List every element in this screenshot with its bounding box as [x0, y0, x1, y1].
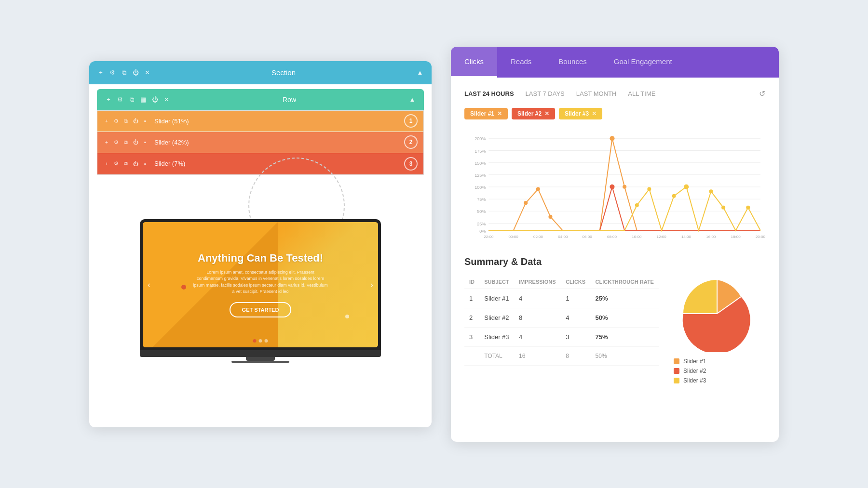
svg-text:10:00: 10:00: [632, 234, 642, 238]
duplicate-slider2-icon[interactable]: ⧉: [122, 139, 129, 145]
screen-prev-arrow[interactable]: ‹: [148, 279, 150, 290]
chart-line-yellow: [488, 186, 760, 230]
svg-text:100%: 100%: [475, 185, 486, 190]
slider-row-3[interactable]: + ⚙ ⧉ ⏻ ▪ Slider (7%) 3: [97, 153, 423, 174]
power-slider3-icon[interactable]: ⏻: [132, 160, 139, 167]
slider3-number: 3: [404, 157, 418, 171]
col-header-ctr: CLICKTHROUGH RATE: [591, 275, 659, 289]
filter-tag-slider1-remove[interactable]: ✕: [497, 110, 502, 117]
duplicate-slider3-icon[interactable]: ⧉: [122, 160, 129, 167]
filter-tag-slider3[interactable]: Slider #3 ✕: [559, 108, 602, 119]
power-section-icon[interactable]: ⏻: [132, 69, 139, 77]
tab-clicks[interactable]: Clicks: [451, 47, 497, 78]
screen-title: Anything Can Be Tested!: [198, 252, 323, 264]
right-panel: Clicks Reads Bounces Goal Engagement LAS…: [451, 47, 779, 442]
collapse-section-icon[interactable]: ▲: [416, 69, 424, 77]
chart-dot-yellow-13: [647, 187, 651, 191]
tab-bounces[interactable]: Bounces: [545, 47, 600, 78]
duplicate-section-icon[interactable]: ⧉: [120, 69, 128, 77]
total-label: [464, 346, 479, 365]
chart-dot-yellow-15: [672, 194, 676, 198]
screen-dot-2[interactable]: [259, 339, 262, 343]
screen-dot-1[interactable]: [253, 339, 257, 343]
svg-text:20:00: 20:00: [756, 234, 765, 238]
chart-dot-orange-11: [623, 185, 626, 188]
legend-slider2: Slider #2: [674, 368, 765, 374]
svg-text:150%: 150%: [475, 160, 486, 165]
screen-cta-button[interactable]: GET STARTED: [230, 302, 292, 317]
legend-dot-slider2: [674, 368, 679, 374]
filter-alltime[interactable]: ALL TIME: [628, 90, 655, 97]
filter-last24h[interactable]: LAST 24 HOURS: [464, 90, 514, 97]
legend-label-slider3: Slider #3: [683, 377, 706, 384]
total-label-text: TOTAL: [479, 346, 514, 365]
chart-slider3-icon[interactable]: ▪: [142, 160, 149, 167]
add-row-icon[interactable]: +: [105, 96, 112, 104]
settings-slider3-icon[interactable]: ⚙: [113, 160, 120, 167]
filter-tag-slider2-remove[interactable]: ✕: [544, 110, 549, 117]
chart-slider1-icon[interactable]: ▪: [142, 118, 149, 124]
col-header-clicks: CLICKS: [561, 275, 590, 289]
col-header-subject: SUBJECT: [479, 275, 514, 289]
duplicate-slider1-icon[interactable]: ⧉: [122, 118, 129, 124]
filter-lastmonth[interactable]: LAST MONTH: [576, 90, 617, 97]
slider2-number: 2: [404, 135, 418, 149]
reset-button[interactable]: ↺: [759, 89, 765, 98]
slider-row-1[interactable]: + ⚙ ⧉ ⏻ ▪ Slider (51%) 1: [97, 111, 423, 132]
collapse-row-icon[interactable]: ▲: [408, 96, 416, 104]
filter-last7d[interactable]: LAST 7 DAYS: [526, 90, 565, 97]
svg-text:02:00: 02:00: [533, 234, 543, 238]
pie-segment-slider3: [683, 280, 717, 314]
tab-goal-engagement[interactable]: Goal Engagement: [600, 47, 686, 78]
grid-row-icon[interactable]: ▦: [139, 96, 147, 104]
slider1-number: 1: [404, 114, 418, 128]
svg-text:06:00: 06:00: [583, 234, 593, 238]
delete-section-icon[interactable]: ✕: [143, 69, 151, 77]
chart-line-orange: [488, 138, 760, 230]
svg-text:0%: 0%: [479, 228, 486, 233]
row3-id: 3: [464, 327, 479, 346]
laptop-illustration: Anything Can Be Tested! Lorem ipsum amet…: [89, 180, 432, 363]
screen-body: Lorem ipsum amet, consectetur adipiscing…: [193, 269, 328, 295]
settings-row-icon[interactable]: ⚙: [116, 96, 124, 104]
filter-tag-slider3-remove[interactable]: ✕: [592, 110, 597, 117]
delete-row-icon[interactable]: ✕: [163, 96, 170, 104]
power-slider2-icon[interactable]: ⏻: [132, 139, 139, 145]
total-clicks: 8: [561, 346, 590, 365]
row2-rate: 50%: [591, 308, 659, 327]
laptop-stand: [246, 357, 275, 361]
add-slider1-icon[interactable]: +: [103, 118, 110, 124]
total-impressions: 16: [514, 346, 561, 365]
settings-slider1-icon[interactable]: ⚙: [113, 118, 120, 124]
add-slider3-icon[interactable]: +: [103, 160, 110, 167]
chart-dot-yellow-21: [746, 205, 750, 209]
slider3-label: Slider (7%): [149, 160, 404, 167]
filter-tag-slider2[interactable]: Slider #2 ✕: [512, 108, 555, 119]
row2-clicks: 4: [561, 308, 590, 327]
add-section-icon[interactable]: +: [97, 69, 105, 77]
table-row: 3 Slider #3 4 3 75%: [464, 327, 659, 346]
col-header-id: ID: [464, 275, 479, 289]
chart-dot-orange-3: [524, 201, 528, 205]
pie-chart: [678, 275, 756, 352]
total-rate: 50%: [591, 346, 659, 365]
power-slider1-icon[interactable]: ⏻: [132, 118, 139, 124]
filter-tag-slider1[interactable]: Slider #1 ✕: [464, 108, 508, 119]
power-row-icon[interactable]: ⏻: [151, 96, 159, 104]
table-total-row: TOTAL 16 8 50%: [464, 346, 659, 365]
add-slider2-icon[interactable]: +: [103, 139, 110, 145]
settings-slider2-icon[interactable]: ⚙: [113, 139, 120, 145]
summary-title: Summary & Data: [464, 256, 765, 267]
duplicate-row-icon[interactable]: ⧉: [128, 96, 136, 104]
svg-text:14:00: 14:00: [681, 234, 692, 238]
row-bar-title: Row: [175, 96, 404, 104]
row1-rate: 25%: [591, 289, 659, 308]
chart-slider2-icon[interactable]: ▪: [142, 139, 149, 145]
settings-section-icon[interactable]: ⚙: [108, 69, 116, 77]
screen-dot-3[interactable]: [265, 339, 268, 343]
svg-text:18:00: 18:00: [731, 234, 741, 238]
pie-chart-container: Slider #1 Slider #2 Slider #3: [669, 275, 765, 384]
tab-reads[interactable]: Reads: [497, 47, 545, 78]
slider-row-2[interactable]: + ⚙ ⧉ ⏻ ▪ Slider (42%) 2: [97, 132, 423, 153]
screen-next-arrow[interactable]: ›: [370, 279, 373, 290]
